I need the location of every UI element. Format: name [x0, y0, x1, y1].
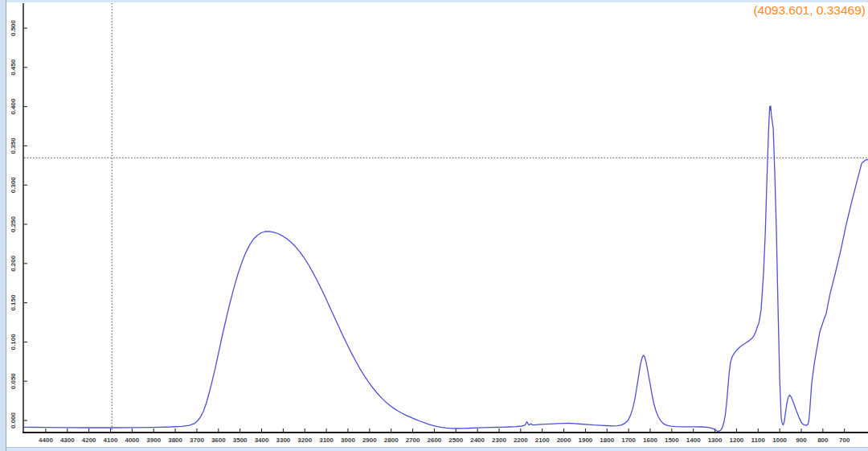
x-tick-label: 3900 [146, 437, 161, 444]
x-tick-label: 2500 [448, 437, 463, 444]
y-tick-label: 0.300 [10, 177, 17, 194]
spectrum-plot-area[interactable]: 4400430042004100400039003800370036003500… [0, 0, 868, 451]
x-tick-label: 1000 [772, 437, 787, 444]
x-tick-label: 3000 [341, 437, 355, 444]
y-tick-label: 0.200 [10, 255, 17, 272]
x-tick-label: 2800 [384, 437, 399, 444]
x-tick-label: 1900 [579, 437, 593, 444]
cursor-position-readout: (4093.601, 0.33469) [753, 3, 866, 18]
y-tick-label: 0.450 [10, 59, 17, 76]
spectrum-curve [23, 106, 868, 432]
x-tick-label: 4000 [125, 437, 139, 444]
y-tick-label: 0.350 [10, 137, 17, 154]
x-tick-label: 2100 [535, 437, 550, 444]
x-tick-label: 1100 [751, 437, 766, 444]
x-tick-label: 4100 [104, 437, 118, 444]
x-tick-label: 3200 [297, 437, 312, 444]
y-tick-label: 0.250 [10, 215, 17, 232]
x-tick-label: 900 [796, 437, 807, 444]
x-tick-label: 3600 [211, 437, 226, 444]
x-tick-label: 3500 [233, 437, 248, 444]
y-tick-label: 0.500 [10, 19, 17, 36]
x-tick-label: 2600 [428, 437, 442, 444]
x-tick-label: 1600 [643, 437, 657, 444]
x-tick-label: 1400 [686, 437, 701, 444]
x-tick-label: 1800 [600, 437, 614, 444]
x-tick-label: 3400 [255, 437, 269, 444]
y-tick-label: 0.050 [10, 373, 17, 390]
x-tick-label: 1500 [665, 437, 679, 444]
y-tick-label: 0.150 [10, 294, 17, 311]
x-tick-label: 2900 [362, 437, 377, 444]
x-tick-label: 800 [817, 437, 829, 444]
x-tick-label: 700 [839, 437, 850, 444]
x-tick-label: 2700 [406, 437, 420, 444]
x-tick-label: 2400 [470, 437, 485, 444]
x-tick-label: 3100 [319, 437, 334, 444]
window-edge-left [0, 0, 6, 451]
x-tick-label: 1200 [730, 437, 744, 444]
x-tick-label: 3700 [190, 437, 204, 444]
x-tick-label: 3800 [168, 437, 182, 444]
window-edge-top [0, 0, 868, 2]
y-tick-label: 0.100 [10, 334, 17, 351]
x-tick-label: 2300 [492, 437, 506, 444]
x-tick-label: 3300 [276, 437, 290, 444]
x-tick-label: 2200 [514, 437, 528, 444]
x-tick-label: 4300 [60, 437, 75, 444]
x-tick-label: 4200 [82, 437, 96, 444]
y-tick-label: 0.400 [10, 98, 17, 115]
x-tick-label: 4400 [39, 437, 53, 444]
x-tick-label: 2000 [557, 437, 571, 444]
window-edge-bottom [6, 447, 868, 451]
x-tick-label: 1700 [621, 437, 636, 444]
x-tick-label: 1300 [708, 437, 723, 444]
y-tick-label: 0.000 [10, 412, 17, 428]
